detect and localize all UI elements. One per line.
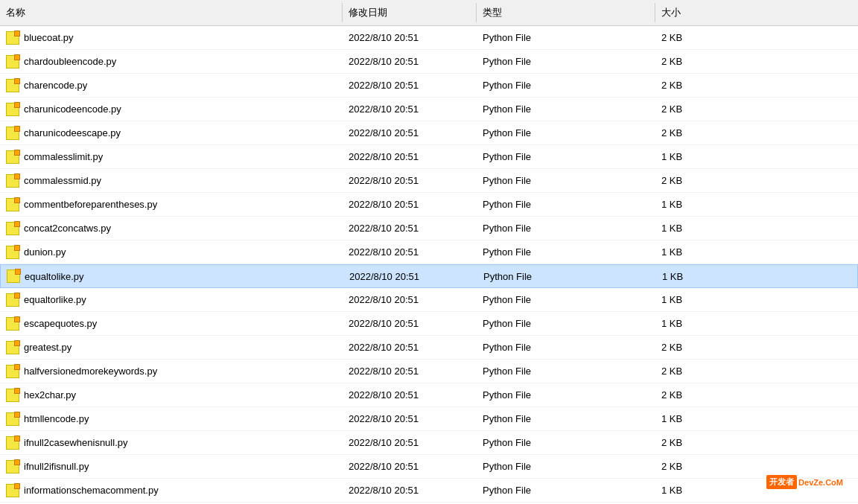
file-size: 2 KB xyxy=(655,458,745,475)
col-header-type[interactable]: 类型 xyxy=(477,3,655,22)
file-name: dunion.py xyxy=(24,246,66,258)
table-row[interactable]: concat2concatws.py 2022/8/10 20:51 Pytho… xyxy=(0,217,858,240)
file-size: 1 KB xyxy=(655,196,745,213)
file-date: 2022/8/10 20:51 xyxy=(343,148,477,165)
file-name: commalessmid.py xyxy=(24,175,101,186)
file-size: 1 KB xyxy=(656,268,746,285)
python-file-icon xyxy=(6,103,19,116)
table-row[interactable]: hex2char.py 2022/8/10 20:51 Python File … xyxy=(0,383,858,407)
col-header-name[interactable]: 名称 xyxy=(0,3,343,22)
table-row[interactable]: informationschemacomment.py 2022/8/10 20… xyxy=(0,479,858,503)
file-type: Python File xyxy=(477,53,655,70)
python-file-icon xyxy=(6,31,19,45)
file-name-cell: commalessmid.py xyxy=(0,171,343,191)
file-type: Python File xyxy=(477,243,655,261)
file-date: 2022/8/10 20:51 xyxy=(343,124,477,141)
file-size: 1 KB xyxy=(655,291,745,308)
file-size: 1 KB xyxy=(655,410,745,427)
table-row[interactable]: escapequotes.py 2022/8/10 20:51 Python F… xyxy=(0,312,858,336)
file-name-cell: greatest.py xyxy=(0,338,343,357)
file-name: chardoubleencode.py xyxy=(24,56,116,67)
file-size: 2 KB xyxy=(655,339,745,356)
table-row[interactable]: equaltorlike.py 2022/8/10 20:51 Python F… xyxy=(0,288,858,312)
file-name-cell: dunion.py xyxy=(0,243,343,262)
python-file-icon xyxy=(6,127,19,140)
table-row[interactable]: greatest.py 2022/8/10 20:51 Python File … xyxy=(0,336,858,360)
file-name: halfversionedmorekeywords.py xyxy=(24,366,157,377)
file-size: 1 KB xyxy=(655,482,745,499)
table-row[interactable]: halfversionedmorekeywords.py 2022/8/10 2… xyxy=(0,360,858,383)
file-name: escapequotes.py xyxy=(24,318,97,329)
table-row[interactable]: ifnull2ifisnull.py 2022/8/10 20:51 Pytho… xyxy=(0,455,858,479)
file-name: greatest.py xyxy=(24,342,72,353)
file-size: 1 KB xyxy=(655,243,745,261)
file-name: htmllencode.py xyxy=(24,413,89,424)
file-date: 2022/8/10 20:51 xyxy=(343,482,477,499)
file-type: Python File xyxy=(477,29,655,46)
python-file-icon xyxy=(6,55,19,68)
file-name: ifnull2ifisnull.py xyxy=(24,461,89,472)
file-name-cell: charunicodeescape.py xyxy=(0,124,343,143)
python-file-icon xyxy=(6,436,19,450)
file-type: Python File xyxy=(477,268,656,285)
file-name-cell: bluecoat.py xyxy=(0,28,343,48)
table-row[interactable]: bluecoat.py 2022/8/10 20:51 Python File … xyxy=(0,26,858,50)
python-file-icon xyxy=(6,412,19,426)
file-name: commalesslimit.py xyxy=(24,151,103,162)
file-type: Python File xyxy=(477,386,655,403)
file-type: Python File xyxy=(477,172,655,189)
file-type: Python File xyxy=(477,482,655,499)
file-size: 2 KB xyxy=(655,172,745,189)
file-size: 2 KB xyxy=(655,53,745,70)
python-file-icon xyxy=(6,198,19,211)
table-row[interactable]: charunicodeescape.py 2022/8/10 20:51 Pyt… xyxy=(0,121,858,145)
watermark-text: DevZe.CoM xyxy=(798,478,843,487)
file-name-cell: ifnull2casewhenisnull.py xyxy=(0,433,343,453)
file-size: 1 KB xyxy=(655,220,745,237)
file-name-cell: informationschemacomment.py xyxy=(0,481,343,500)
python-file-icon xyxy=(6,246,19,259)
table-row[interactable]: commalessmid.py 2022/8/10 20:51 Python F… xyxy=(0,169,858,193)
file-date: 2022/8/10 20:51 xyxy=(343,363,477,380)
file-type: Python File xyxy=(477,101,655,118)
python-file-icon xyxy=(6,79,19,92)
table-row[interactable]: charunicodeencode.py 2022/8/10 20:51 Pyt… xyxy=(0,98,858,121)
python-file-icon xyxy=(7,269,20,283)
table-row[interactable]: dunion.py 2022/8/10 20:51 Python File 1 … xyxy=(0,240,858,264)
table-row[interactable]: commalesslimit.py 2022/8/10 20:51 Python… xyxy=(0,145,858,169)
col-header-size[interactable]: 大小 xyxy=(655,3,745,22)
file-size: 2 KB xyxy=(655,101,745,118)
file-name: informationschemacomment.py xyxy=(24,485,159,496)
file-date: 2022/8/10 20:51 xyxy=(343,243,477,261)
table-row[interactable]: charencode.py 2022/8/10 20:51 Python Fil… xyxy=(0,74,858,98)
file-type: Python File xyxy=(477,77,655,94)
python-file-icon xyxy=(6,484,19,497)
table-row[interactable]: commentbeforeparentheses.py 2022/8/10 20… xyxy=(0,193,858,217)
file-name-cell: commalesslimit.py xyxy=(0,147,343,167)
table-header: 名称 修改日期 类型 大小 xyxy=(0,0,858,26)
file-date: 2022/8/10 20:51 xyxy=(343,339,477,356)
table-row[interactable]: htmllencode.py 2022/8/10 20:51 Python Fi… xyxy=(0,407,858,431)
file-name-cell: equaltolike.py xyxy=(1,267,343,286)
file-date: 2022/8/10 20:51 xyxy=(343,268,477,285)
file-name: commentbeforeparentheses.py xyxy=(24,199,157,210)
python-file-icon xyxy=(6,293,19,307)
col-header-date[interactable]: 修改日期 xyxy=(343,3,477,22)
file-name-cell: charunicodeencode.py xyxy=(0,100,343,119)
python-file-icon xyxy=(6,341,19,354)
python-file-icon xyxy=(6,365,19,378)
file-date: 2022/8/10 20:51 xyxy=(343,196,477,213)
table-row[interactable]: ifnull2casewhenisnull.py 2022/8/10 20:51… xyxy=(0,431,858,455)
file-name: equaltolike.py xyxy=(25,271,84,282)
file-name-cell: equaltorlike.py xyxy=(0,290,343,310)
file-type: Python File xyxy=(477,363,655,380)
file-size: 2 KB xyxy=(655,29,745,46)
file-type: Python File xyxy=(477,339,655,356)
table-row[interactable]: chardoubleencode.py 2022/8/10 20:51 Pyth… xyxy=(0,50,858,74)
file-type: Python File xyxy=(477,196,655,213)
file-list: bluecoat.py 2022/8/10 20:51 Python File … xyxy=(0,26,858,504)
file-type: Python File xyxy=(477,124,655,141)
file-date: 2022/8/10 20:51 xyxy=(343,220,477,237)
file-date: 2022/8/10 20:51 xyxy=(343,101,477,118)
table-row[interactable]: equaltolike.py 2022/8/10 20:51 Python Fi… xyxy=(0,264,858,288)
